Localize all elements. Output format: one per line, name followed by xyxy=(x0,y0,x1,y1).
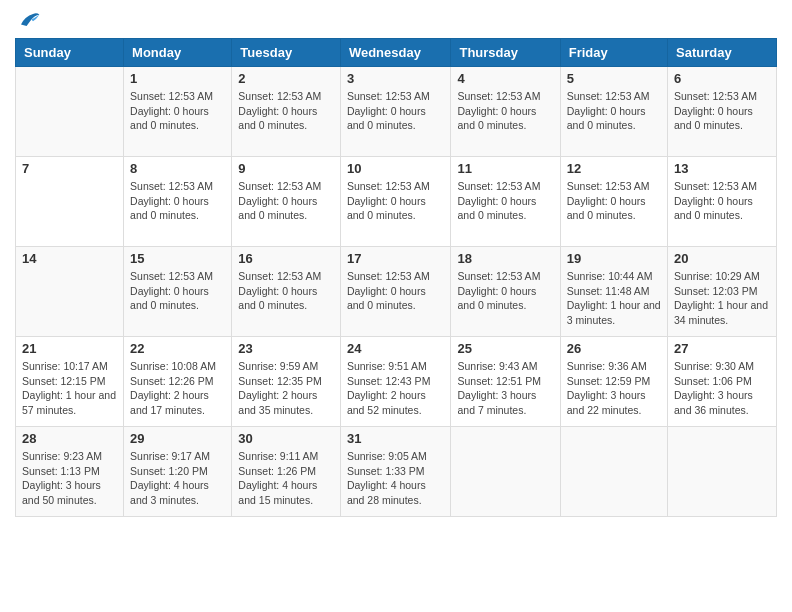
day-info: Sunrise: 10:17 AMSunset: 12:15 PMDayligh… xyxy=(22,359,117,418)
calendar-day-cell: 4Sunset: 12:53 AMDaylight: 0 hours and 0… xyxy=(451,67,560,157)
calendar-day-cell: 6Sunset: 12:53 AMDaylight: 0 hours and 0… xyxy=(668,67,777,157)
calendar-day-cell: 24Sunrise: 9:51 AMSunset: 12:43 PMDaylig… xyxy=(340,337,451,427)
day-number: 10 xyxy=(347,161,445,176)
day-info: Sunset: 12:53 AMDaylight: 0 hours and 0 … xyxy=(674,89,770,133)
day-number: 11 xyxy=(457,161,553,176)
day-info: Sunrise: 9:23 AMSunset: 1:13 PMDaylight:… xyxy=(22,449,117,508)
day-info: Sunrise: 9:43 AMSunset: 12:51 PMDaylight… xyxy=(457,359,553,418)
day-number: 25 xyxy=(457,341,553,356)
day-info: Sunset: 12:53 AMDaylight: 0 hours and 0 … xyxy=(457,89,553,133)
day-number: 15 xyxy=(130,251,225,266)
day-number: 12 xyxy=(567,161,661,176)
weekday-header-sunday: Sunday xyxy=(16,39,124,67)
calendar-day-cell: 28Sunrise: 9:23 AMSunset: 1:13 PMDayligh… xyxy=(16,427,124,517)
day-info: Sunset: 12:53 AMDaylight: 0 hours and 0 … xyxy=(130,89,225,133)
day-number: 3 xyxy=(347,71,445,86)
day-info: Sunrise: 9:51 AMSunset: 12:43 PMDaylight… xyxy=(347,359,445,418)
day-number: 27 xyxy=(674,341,770,356)
calendar-day-cell xyxy=(668,427,777,517)
day-number: 6 xyxy=(674,71,770,86)
day-info: Sunrise: 10:29 AMSunset: 12:03 PMDayligh… xyxy=(674,269,770,328)
day-number: 18 xyxy=(457,251,553,266)
day-number: 4 xyxy=(457,71,553,86)
logo-bird-icon xyxy=(17,10,41,30)
day-info: Sunset: 12:53 AMDaylight: 0 hours and 0 … xyxy=(238,269,334,313)
calendar-day-cell: 14 xyxy=(16,247,124,337)
day-info: Sunset: 12:53 AMDaylight: 0 hours and 0 … xyxy=(457,269,553,313)
calendar-day-cell: 13Sunset: 12:53 AMDaylight: 0 hours and … xyxy=(668,157,777,247)
day-number: 16 xyxy=(238,251,334,266)
calendar-day-cell: 1Sunset: 12:53 AMDaylight: 0 hours and 0… xyxy=(124,67,232,157)
calendar-day-cell: 12Sunset: 12:53 AMDaylight: 0 hours and … xyxy=(560,157,667,247)
weekday-header-tuesday: Tuesday xyxy=(232,39,341,67)
day-info: Sunset: 12:53 AMDaylight: 0 hours and 0 … xyxy=(347,179,445,223)
calendar-day-cell: 30Sunrise: 9:11 AMSunset: 1:26 PMDayligh… xyxy=(232,427,341,517)
day-number: 23 xyxy=(238,341,334,356)
weekday-header-wednesday: Wednesday xyxy=(340,39,451,67)
calendar-table: SundayMondayTuesdayWednesdayThursdayFrid… xyxy=(15,38,777,517)
day-number: 8 xyxy=(130,161,225,176)
calendar-week-4: 21Sunrise: 10:17 AMSunset: 12:15 PMDayli… xyxy=(16,337,777,427)
calendar-day-cell: 29Sunrise: 9:17 AMSunset: 1:20 PMDayligh… xyxy=(124,427,232,517)
calendar-day-cell: 27Sunrise: 9:30 AMSunset: 1:06 PMDayligh… xyxy=(668,337,777,427)
weekday-header-saturday: Saturday xyxy=(668,39,777,67)
weekday-header-monday: Monday xyxy=(124,39,232,67)
calendar-day-cell: 31Sunrise: 9:05 AMSunset: 1:33 PMDayligh… xyxy=(340,427,451,517)
day-info: Sunset: 12:53 AMDaylight: 0 hours and 0 … xyxy=(130,179,225,223)
calendar-day-cell: 16Sunset: 12:53 AMDaylight: 0 hours and … xyxy=(232,247,341,337)
calendar-day-cell: 26Sunrise: 9:36 AMSunset: 12:59 PMDaylig… xyxy=(560,337,667,427)
day-number: 29 xyxy=(130,431,225,446)
day-number: 20 xyxy=(674,251,770,266)
day-number: 5 xyxy=(567,71,661,86)
day-number: 1 xyxy=(130,71,225,86)
calendar-day-cell xyxy=(451,427,560,517)
day-info: Sunrise: 9:11 AMSunset: 1:26 PMDaylight:… xyxy=(238,449,334,508)
day-info: Sunrise: 9:17 AMSunset: 1:20 PMDaylight:… xyxy=(130,449,225,508)
weekday-header-thursday: Thursday xyxy=(451,39,560,67)
calendar-week-5: 28Sunrise: 9:23 AMSunset: 1:13 PMDayligh… xyxy=(16,427,777,517)
weekday-header-friday: Friday xyxy=(560,39,667,67)
calendar-week-1: 1Sunset: 12:53 AMDaylight: 0 hours and 0… xyxy=(16,67,777,157)
day-number: 14 xyxy=(22,251,117,266)
day-info: Sunset: 12:53 AMDaylight: 0 hours and 0 … xyxy=(238,89,334,133)
day-number: 21 xyxy=(22,341,117,356)
calendar-day-cell: 2Sunset: 12:53 AMDaylight: 0 hours and 0… xyxy=(232,67,341,157)
day-number: 28 xyxy=(22,431,117,446)
day-info: Sunrise: 9:59 AMSunset: 12:35 PMDaylight… xyxy=(238,359,334,418)
day-info: Sunset: 12:53 AMDaylight: 0 hours and 0 … xyxy=(347,89,445,133)
day-info: Sunrise: 10:08 AMSunset: 12:26 PMDayligh… xyxy=(130,359,225,418)
calendar-day-cell: 15Sunset: 12:53 AMDaylight: 0 hours and … xyxy=(124,247,232,337)
day-info: Sunrise: 9:05 AMSunset: 1:33 PMDaylight:… xyxy=(347,449,445,508)
calendar-day-cell: 5Sunset: 12:53 AMDaylight: 0 hours and 0… xyxy=(560,67,667,157)
day-number: 22 xyxy=(130,341,225,356)
day-info: Sunset: 12:53 AMDaylight: 0 hours and 0 … xyxy=(238,179,334,223)
calendar-day-cell xyxy=(16,67,124,157)
day-info: Sunset: 12:53 AMDaylight: 0 hours and 0 … xyxy=(567,89,661,133)
day-number: 13 xyxy=(674,161,770,176)
calendar-day-cell: 23Sunrise: 9:59 AMSunset: 12:35 PMDaylig… xyxy=(232,337,341,427)
calendar-day-cell: 22Sunrise: 10:08 AMSunset: 12:26 PMDayli… xyxy=(124,337,232,427)
day-info: Sunrise: 9:30 AMSunset: 1:06 PMDaylight:… xyxy=(674,359,770,418)
calendar-day-cell: 3Sunset: 12:53 AMDaylight: 0 hours and 0… xyxy=(340,67,451,157)
day-number: 9 xyxy=(238,161,334,176)
calendar-day-cell xyxy=(560,427,667,517)
day-number: 19 xyxy=(567,251,661,266)
day-info: Sunset: 12:53 AMDaylight: 0 hours and 0 … xyxy=(674,179,770,223)
calendar-day-cell: 7 xyxy=(16,157,124,247)
calendar-week-3: 1415Sunset: 12:53 AMDaylight: 0 hours an… xyxy=(16,247,777,337)
calendar-day-cell: 8Sunset: 12:53 AMDaylight: 0 hours and 0… xyxy=(124,157,232,247)
weekday-header-row: SundayMondayTuesdayWednesdayThursdayFrid… xyxy=(16,39,777,67)
day-info: Sunrise: 9:36 AMSunset: 12:59 PMDaylight… xyxy=(567,359,661,418)
day-number: 7 xyxy=(22,161,117,176)
calendar-day-cell: 25Sunrise: 9:43 AMSunset: 12:51 PMDaylig… xyxy=(451,337,560,427)
day-info: Sunset: 12:53 AMDaylight: 0 hours and 0 … xyxy=(457,179,553,223)
logo xyxy=(15,10,41,30)
calendar-day-cell: 18Sunset: 12:53 AMDaylight: 0 hours and … xyxy=(451,247,560,337)
calendar-week-2: 78Sunset: 12:53 AMDaylight: 0 hours and … xyxy=(16,157,777,247)
day-info: Sunset: 12:53 AMDaylight: 0 hours and 0 … xyxy=(347,269,445,313)
day-number: 2 xyxy=(238,71,334,86)
calendar-day-cell: 20Sunrise: 10:29 AMSunset: 12:03 PMDayli… xyxy=(668,247,777,337)
calendar-day-cell: 21Sunrise: 10:17 AMSunset: 12:15 PMDayli… xyxy=(16,337,124,427)
calendar-day-cell: 11Sunset: 12:53 AMDaylight: 0 hours and … xyxy=(451,157,560,247)
day-number: 17 xyxy=(347,251,445,266)
